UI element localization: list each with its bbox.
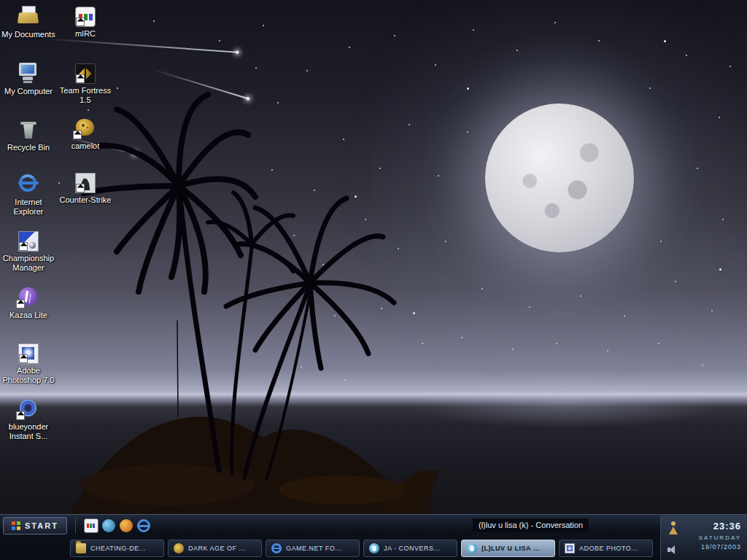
conversation-tooltip: (l)luv u lisa (k) - Conversation: [473, 518, 589, 532]
desktop-icon-internet-explorer[interactable]: Internet Explorer: [1, 172, 56, 217]
camelot-icon: [73, 116, 98, 139]
shortcut-arrow-icon: [16, 300, 25, 308]
clock-panel[interactable]: 23:36 SATURDAY 19/07/2003: [660, 515, 747, 560]
taskbar-button-dark-age-of-camelot[interactable]: DARK AGE OF ...: [168, 540, 262, 557]
desktop-icon-counter-strike[interactable]: Counter-Strike: [58, 171, 113, 205]
blueyonder-icon: [16, 397, 41, 420]
quicklaunch-internet-explorer[interactable]: [135, 517, 152, 534]
desktop-icon-camelot[interactable]: camelot: [58, 116, 113, 151]
start-button[interactable]: START: [3, 517, 67, 534]
clock: 23:36 SATURDAY 19/07/2003: [699, 521, 741, 551]
icon-label: Kazaa Lite: [1, 311, 56, 320]
shortcut-arrow-icon: [16, 411, 25, 420]
shortcut-arrow-icon: [19, 354, 28, 363]
mirc-icon: [75, 7, 96, 27]
messenger-icon: [467, 543, 477, 553]
icon-label: Counter-Strike: [58, 195, 113, 205]
clock-day: SATURDAY: [699, 534, 741, 541]
quicklaunch-msn-messenger[interactable]: [100, 517, 117, 534]
icon-label: My Documents: [1, 30, 56, 39]
start-label: START: [25, 521, 58, 530]
kazaa-lite-icon: [16, 285, 41, 308]
counter-strike-icon: [75, 173, 96, 193]
shortcut-arrow-icon: [73, 131, 82, 139]
internet-explorer-icon: [16, 172, 41, 195]
clock-time: 23:36: [699, 521, 741, 532]
camelot-icon: [174, 543, 184, 553]
icon-label: camelot: [58, 141, 113, 151]
icon-label: Recycle Bin: [1, 143, 56, 152]
windows-logo-icon: [12, 521, 20, 530]
taskbar-button-luv-u-lisa-conversation[interactable]: (L)LUV U LISA ...: [461, 540, 555, 557]
desktop-icon-team-fortress[interactable]: Team Fortress 1.5: [58, 61, 113, 105]
shortcut-arrow-icon: [76, 18, 85, 26]
quicklaunch-mirc[interactable]: [82, 517, 100, 534]
desktop-icon-adobe-photoshop[interactable]: Adobe Photoshop 7.0: [1, 341, 56, 385]
icon-label: blueyonder Instant S...: [1, 422, 56, 441]
internet-explorer-icon: [137, 519, 150, 532]
msn-messenger-icon: [102, 519, 115, 532]
taskbar-button-game-net-forum[interactable]: GAME.NET FO...: [266, 540, 360, 557]
mirc-icon: [84, 518, 98, 533]
icon-label: Championship Manager: [1, 254, 56, 273]
folder-icon: [76, 543, 86, 553]
desktop-icon-championship-manager[interactable]: Championship Manager: [1, 229, 56, 273]
figure-icon: [667, 521, 679, 534]
taskbar: START CHEATING-DE... DARK AGE OF ... GAM…: [0, 514, 747, 560]
quicklaunch-separator: [75, 518, 76, 533]
desktop-icon-mirc[interactable]: mIRC: [58, 4, 113, 39]
icon-label: mIRC: [58, 29, 113, 39]
shortcut-arrow-icon: [76, 184, 85, 192]
icon-label: Adobe Photoshop 7.0: [1, 366, 56, 385]
icon-label: Internet Explorer: [1, 198, 56, 217]
taskbar-button-adobe-photoshop[interactable]: ADOBE PHOTO...: [559, 540, 653, 557]
taskbar-button-ja-conversation[interactable]: JA - CONVERS...: [363, 540, 457, 557]
internet-explorer-icon: [271, 543, 282, 553]
volume-icon[interactable]: [667, 545, 678, 554]
desktop-icon-kazaa-lite[interactable]: Kazaa Lite: [1, 285, 56, 320]
media-player-icon: [120, 519, 133, 532]
messenger-icon: [369, 543, 379, 553]
shortcut-arrow-icon: [76, 74, 85, 83]
desktop: My Documents mIRC My Computer Team Fortr…: [0, 0, 747, 560]
quicklaunch-media-player[interactable]: [117, 517, 135, 534]
shortcut-arrow-icon: [19, 242, 28, 251]
taskbar-buttons-row: CHEATING-DE... DARK AGE OF ... GAME.NET …: [0, 536, 660, 560]
championship-manager-icon: [18, 231, 39, 252]
desktop-icon-blueyonder[interactable]: blueyonder Instant S...: [1, 397, 56, 441]
recycle-bin-icon: [16, 117, 41, 141]
taskbar-button-cheating-death[interactable]: CHEATING-DE...: [70, 540, 164, 557]
clock-date: 19/07/2003: [699, 543, 741, 551]
icon-label: My Computer: [1, 87, 56, 96]
my-computer-icon: [16, 61, 41, 85]
team-fortress-icon: [75, 63, 96, 84]
my-documents-icon: [16, 4, 41, 28]
desktop-icon-my-computer[interactable]: My Computer: [1, 61, 56, 96]
icon-label: Team Fortress 1.5: [58, 86, 113, 105]
photoshop-icon: [18, 343, 39, 364]
photoshop-icon: [565, 543, 575, 553]
desktop-icon-my-documents[interactable]: My Documents: [1, 4, 56, 39]
desktop-icon-recycle-bin[interactable]: Recycle Bin: [1, 117, 56, 152]
